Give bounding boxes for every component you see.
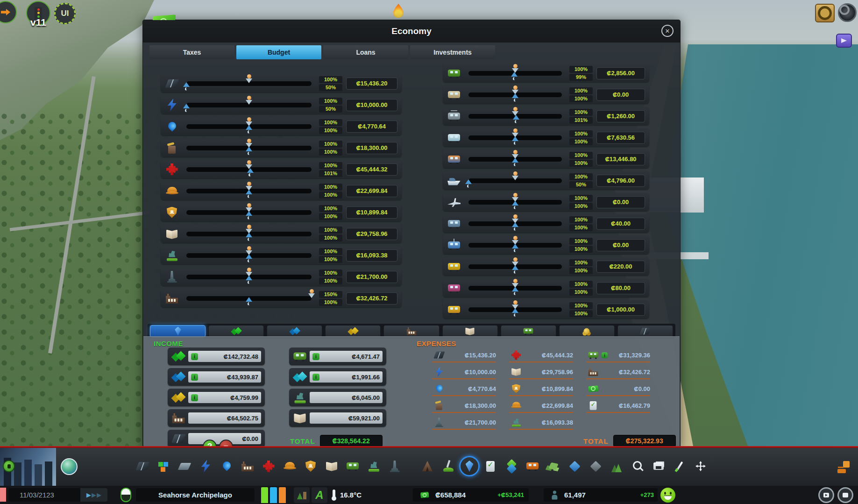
free-camera-button[interactable] <box>837 487 853 503</box>
tab-investments[interactable]: Investments <box>410 45 495 59</box>
tours-night-handle[interactable] <box>511 287 519 298</box>
toolbar-districts-button[interactable] <box>177 458 192 474</box>
income-category-tab-bus[interactable] <box>501 325 556 337</box>
purple-tool-button[interactable] <box>836 34 852 48</box>
income-category-tab-gem[interactable] <box>150 325 206 337</box>
toolbar-monuments-button[interactable] <box>387 458 403 474</box>
nature-mod-button[interactable] <box>294 487 310 503</box>
income-category-tab-roads[interactable] <box>617 325 673 337</box>
toolbar-water-overlay-button[interactable] <box>567 458 582 474</box>
taxi-budget-slider[interactable] <box>465 257 566 276</box>
water-night-handle[interactable] <box>245 125 253 136</box>
speed3-icon[interactable]: ▶ <box>97 491 101 498</box>
ship-budget-slider[interactable] <box>465 171 566 190</box>
close-icon[interactable]: ✕ <box>661 25 674 37</box>
ship-day-handle[interactable] <box>511 171 519 182</box>
electricity-day-handle[interactable] <box>245 96 253 106</box>
toolbar-trees-button[interactable] <box>609 458 624 474</box>
toolbar-search-button[interactable] <box>630 458 645 474</box>
healthcare-night-handle[interactable] <box>247 168 254 179</box>
parks-night-handle[interactable] <box>245 254 253 265</box>
toolbar-roads-button[interactable] <box>135 458 150 474</box>
post-budget-slider[interactable] <box>465 300 566 319</box>
police-budget-slider[interactable] <box>183 203 315 221</box>
population-panel[interactable]: 61,497 +273 <box>544 488 658 502</box>
garbage-budget-slider[interactable] <box>183 139 315 157</box>
garbage-night-handle[interactable] <box>245 147 253 158</box>
toolbar-education-button[interactable] <box>324 458 340 474</box>
city-view-button[interactable] <box>0 448 56 486</box>
toolbar-parks-button[interactable] <box>366 458 382 474</box>
tab-taxes[interactable]: Taxes <box>149 45 234 59</box>
income-category-tab-education[interactable] <box>442 325 498 337</box>
tours-budget-slider[interactable] <box>465 279 566 297</box>
toolbar-picker-button[interactable] <box>672 458 688 474</box>
toolbar-zoning-button[interactable] <box>156 458 171 474</box>
tab-budget[interactable]: Budget <box>236 45 321 59</box>
info-icon[interactable]: i <box>602 352 608 358</box>
metro-budget-slider[interactable] <box>465 128 566 147</box>
info-icon[interactable]: i <box>312 353 319 360</box>
ship-night-handle[interactable] <box>465 179 472 191</box>
happiness-icon[interactable] <box>660 488 675 503</box>
tram-night-handle[interactable] <box>512 115 520 126</box>
train-night-handle[interactable] <box>511 158 519 169</box>
options-gear-button[interactable] <box>838 3 857 22</box>
tab-loans[interactable]: Loans <box>323 45 408 59</box>
monuments-night-handle[interactable] <box>245 276 253 287</box>
water-budget-slider[interactable] <box>183 117 315 135</box>
parks-budget-slider[interactable] <box>183 246 315 264</box>
toolbar-terrain-overlay-button[interactable] <box>588 458 603 474</box>
cinematic-camera-button[interactable] <box>818 487 834 503</box>
speed-controls[interactable]: ▶▶▶ <box>80 488 107 502</box>
income-category-tab-commercial[interactable] <box>267 325 322 337</box>
ui-toggle-button[interactable]: UI <box>54 3 76 24</box>
toolbar-transport-lines-button[interactable] <box>525 458 540 474</box>
roads-budget-slider[interactable] <box>183 74 315 92</box>
bus-night-handle[interactable] <box>511 72 518 83</box>
roads-day-handle[interactable] <box>245 74 253 85</box>
info-icon[interactable]: i <box>191 374 198 381</box>
fire-night-handle[interactable] <box>245 190 253 201</box>
income-category-tab-residential[interactable] <box>208 325 264 337</box>
plane-budget-slider[interactable] <box>465 193 566 211</box>
mod-settings-button[interactable] <box>815 4 835 22</box>
info-icon[interactable]: i <box>191 353 198 360</box>
map-overview-button[interactable] <box>61 458 78 475</box>
speed2-icon[interactable]: ▶ <box>92 491 96 498</box>
toolbar-landscaping-button[interactable] <box>440 458 456 474</box>
roads-night-handle[interactable] <box>183 82 190 93</box>
tram-budget-slider[interactable] <box>465 107 566 125</box>
income-category-tab-office[interactable] <box>325 325 381 337</box>
cable-car-night-handle[interactable] <box>511 244 519 255</box>
police-night-handle[interactable] <box>245 211 253 222</box>
toolbar-traffic-routes-button[interactable] <box>651 458 667 474</box>
toolbar-terrain-button[interactable] <box>419 458 435 474</box>
toolbar-resources-button[interactable] <box>546 458 561 474</box>
toolbar-themes-button[interactable] <box>503 458 519 474</box>
toolbar-healthcare-button[interactable] <box>261 458 277 474</box>
info-icon[interactable]: i <box>191 394 198 401</box>
forklift-mod-button[interactable] <box>836 459 851 475</box>
toolbar-move-it-button[interactable] <box>693 458 709 474</box>
info-icon[interactable]: i <box>312 374 319 381</box>
toolbar-transport-button[interactable] <box>345 458 361 474</box>
toolbar-economy-button[interactable] <box>461 458 477 474</box>
anarchy-mod-button[interactable]: A <box>312 487 327 503</box>
industry-budget-slider[interactable] <box>183 289 315 307</box>
electricity-budget-slider[interactable] <box>183 96 315 114</box>
rci-demand-bars[interactable] <box>261 487 286 503</box>
toolbar-electricity-button[interactable] <box>198 458 213 474</box>
electricity-night-handle[interactable] <box>183 104 190 115</box>
pause-toggle[interactable] <box>121 488 131 502</box>
bus-budget-slider[interactable] <box>465 64 566 82</box>
trolleybus-budget-slider[interactable] <box>465 85 566 104</box>
toolbar-policies-button[interactable] <box>482 458 498 474</box>
taxi-night-handle[interactable] <box>511 265 519 277</box>
ferry-budget-slider[interactable] <box>465 214 566 233</box>
play-icon[interactable]: ▶ <box>86 491 91 498</box>
trolleybus-night-handle[interactable] <box>511 93 519 105</box>
money-panel[interactable]: ₡658,884 +₡53,241 <box>413 488 529 502</box>
metro-night-handle[interactable] <box>511 136 519 148</box>
fire-budget-slider[interactable] <box>183 182 315 200</box>
